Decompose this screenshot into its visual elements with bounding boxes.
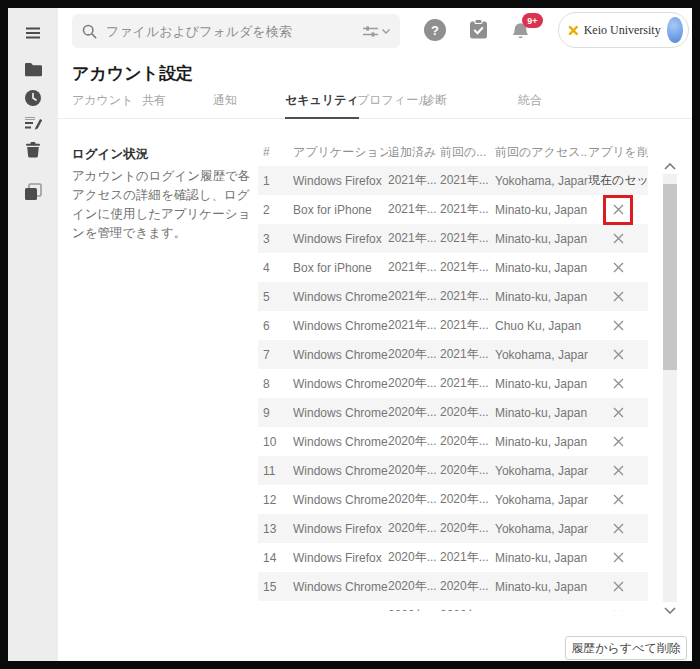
tab-integrations[interactable]: 統合 (518, 92, 542, 119)
added-date: 2021年... (388, 201, 440, 218)
remove-app-button[interactable] (606, 256, 630, 280)
tab-sharing[interactable]: 共有 (142, 92, 166, 119)
row-number: 15 (263, 580, 293, 594)
access-location: Minato-ku, Japan (495, 203, 588, 217)
added-date: 2020年... (388, 346, 440, 363)
last-login-date: 2021年... (440, 288, 495, 305)
remove-app-button[interactable] (606, 314, 630, 338)
tab-profile[interactable]: プロフィール (357, 92, 430, 119)
app-name: Windows Firefox (293, 174, 388, 188)
x-icon (613, 465, 624, 476)
row-number: 16 (263, 609, 293, 612)
x-icon (613, 233, 624, 244)
remove-app-button[interactable] (606, 430, 630, 454)
app-name: Windows Chrome (293, 348, 388, 362)
table-row: 1Windows Firefox2021年...2021年...Yokohama… (258, 166, 648, 195)
table-header-row: #アプリケーション追加済み前回の...前回のアクセス...アプリを削除 (258, 138, 648, 166)
added-date: 2020年... (388, 462, 440, 479)
question-mark-icon: ? (431, 23, 439, 38)
search-input[interactable] (106, 24, 363, 39)
remove-app-button[interactable] (606, 372, 630, 396)
help-button[interactable]: ? (424, 19, 446, 41)
chevron-up-icon (664, 163, 676, 170)
search-box (72, 14, 400, 48)
table-row: 16Windows Firefox2020年...2020年...Yokoham… (258, 601, 648, 611)
remove-app-button[interactable] (606, 227, 630, 251)
action-cell (588, 546, 648, 570)
clipboard-check-icon (468, 19, 489, 41)
row-number: 3 (263, 232, 293, 246)
table-row: 7Windows Chrome2020年...2021年...Yokohama,… (258, 340, 648, 369)
remove-app-button[interactable] (606, 575, 630, 599)
column-header: アプリケーション (293, 144, 388, 161)
table-row: 9Windows Chrome2020年...2020年...Minato-ku… (258, 398, 648, 427)
search-filter-button[interactable] (363, 25, 390, 38)
remove-app-button[interactable] (606, 459, 630, 483)
added-date: 2021年... (388, 317, 440, 334)
trash-icon[interactable] (24, 141, 42, 159)
remove-app-button[interactable] (606, 401, 630, 425)
row-number: 11 (263, 464, 293, 478)
x-icon (613, 552, 624, 563)
column-header: # (263, 145, 293, 159)
remove-app-button[interactable] (606, 343, 630, 367)
added-date: 2021年... (388, 230, 440, 247)
column-header: 前回のアクセス... (495, 144, 588, 161)
x-icon (613, 610, 624, 611)
added-date: 2020年... (388, 549, 440, 566)
scrollbar-thumb[interactable] (663, 184, 677, 370)
tab-security[interactable]: セキュリティ (285, 92, 359, 119)
x-icon (613, 320, 624, 331)
account-menu[interactable]: Keio University (558, 12, 689, 48)
x-icon (613, 581, 624, 592)
access-location: Minato-ku, Japan (495, 377, 588, 391)
collections-icon[interactable] (24, 183, 42, 201)
remove-app-button[interactable] (603, 195, 633, 225)
x-icon (613, 349, 624, 360)
table-row: 12Windows Chrome2020年...2020年...Yokohama… (258, 485, 648, 514)
last-login-date: 2021年... (440, 201, 495, 218)
last-login-date: 2020年... (440, 578, 495, 595)
tab-account[interactable]: アカウント (72, 92, 133, 119)
last-login-date: 2021年... (440, 346, 495, 363)
row-number: 10 (263, 435, 293, 449)
access-location: Minato-ku, Japan (495, 290, 588, 304)
last-login-date: 2021年... (440, 317, 495, 334)
access-location: Yokohama, Japan (495, 464, 588, 478)
menu-icon[interactable] (24, 24, 42, 42)
added-date: 2021年... (388, 259, 440, 276)
tasks-button[interactable] (468, 19, 489, 45)
action-cell (588, 227, 648, 251)
tab-diagnostics[interactable]: 診断 (423, 92, 447, 119)
last-login-date: 2020年... (440, 607, 495, 611)
row-number: 6 (263, 319, 293, 333)
app-name: Windows Firefox (293, 609, 388, 612)
remove-app-button[interactable] (606, 285, 630, 309)
app-name: Windows Chrome (293, 580, 388, 594)
last-login-date: 2020年... (440, 433, 495, 450)
added-date: 2021年... (388, 288, 440, 305)
x-icon (613, 494, 624, 505)
remove-app-button[interactable] (606, 546, 630, 570)
row-number: 7 (263, 348, 293, 362)
tab-notifications[interactable]: 通知 (213, 92, 237, 119)
row-number: 9 (263, 406, 293, 420)
table-row: 14Windows Firefox2020年...2021年...Minato-… (258, 543, 648, 572)
action-cell (588, 256, 648, 280)
action-cell (588, 343, 648, 367)
column-header: アプリを削除 (588, 144, 648, 161)
remove-app-button[interactable] (606, 604, 630, 612)
clear-history-button[interactable]: 履歴からすべて削除 (565, 636, 687, 660)
x-icon (613, 407, 624, 418)
action-cell (588, 314, 648, 338)
remove-app-button[interactable] (606, 517, 630, 541)
tabs: アカウント共有通知セキュリティプロフィール診断統合 (8, 92, 692, 119)
folder-icon[interactable] (24, 62, 42, 80)
x-icon (613, 291, 624, 302)
screenshot-frame: ? 9+ Keio University アカウント設定 アカウント共有通知セキ… (0, 0, 700, 669)
remove-app-button[interactable] (606, 488, 630, 512)
scroll-up-button[interactable] (662, 158, 678, 174)
access-location: Chuo Ku, Japan (495, 319, 588, 333)
scroll-down-button[interactable] (662, 602, 678, 618)
action-cell: 現在のセッ... (588, 172, 648, 189)
